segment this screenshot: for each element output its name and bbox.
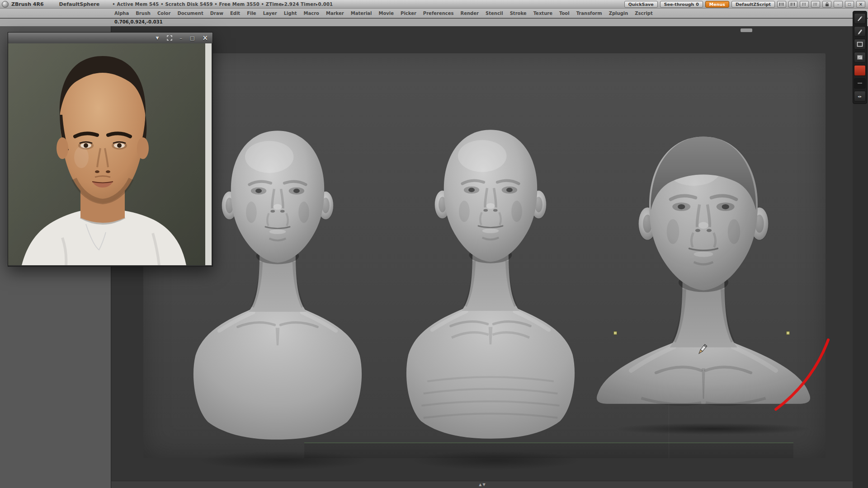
- reference-image-window[interactable]: ▼ – □ ×: [8, 32, 213, 267]
- coordinate-bar: 0.706,0.924,-0.031: [0, 19, 868, 27]
- app-titlebar: ZBrush 4R6 DefaultSphere • Active Mem 54…: [0, 0, 868, 9]
- menu-edit[interactable]: Edit: [230, 11, 240, 16]
- collapse-icon[interactable]: –: [834, 1, 843, 8]
- cursor-coordinates: 0.706,0.924,-0.031: [114, 19, 163, 24]
- default-zscript-button[interactable]: DefaultZScript: [731, 1, 775, 8]
- titlebar-buttons: QuickSave See-through 0 Menus DefaultZSc…: [624, 1, 865, 8]
- canvas-bottom-scrollbar: ▲ ▼: [111, 481, 853, 488]
- menu-stroke[interactable]: Stroke: [510, 11, 527, 16]
- sculpt-bust-2: [393, 109, 588, 446]
- arrows-glyph: ◂▸: [858, 94, 862, 99]
- see-through-label: See-through: [664, 2, 694, 7]
- menu-file[interactable]: File: [247, 11, 256, 16]
- menus-label: Menus: [709, 2, 725, 7]
- canvas-h-scroll-thumb[interactable]: [741, 28, 752, 32]
- see-through-value: 0: [696, 2, 699, 7]
- window-menu-caret-icon[interactable]: ▼: [156, 36, 159, 40]
- see-through-button[interactable]: See-through 0: [660, 1, 703, 8]
- memory-stats: • Active Mem 545 • Scratch Disk 5459 • F…: [112, 2, 333, 7]
- palette-grid-icon[interactable]: [811, 1, 820, 8]
- draw-pen-icon[interactable]: [854, 26, 866, 37]
- menu-marker[interactable]: Marker: [326, 11, 344, 16]
- sculpt-brush-icon[interactable]: [854, 13, 866, 24]
- menu-color[interactable]: Color: [157, 11, 170, 16]
- window-glyph: □: [848, 2, 851, 6]
- reference-photo: [8, 43, 212, 265]
- expand-icon[interactable]: [167, 35, 172, 41]
- reference-portrait: [8, 43, 212, 265]
- maximize-icon[interactable]: □: [190, 36, 194, 41]
- scroll-up-icon[interactable]: ▲: [479, 483, 481, 487]
- menu-movie[interactable]: Movie: [379, 11, 394, 16]
- rect-select-icon[interactable]: [854, 39, 866, 50]
- reference-window-controls: ▼ – □ ×: [156, 33, 212, 43]
- divider-bars-icon[interactable]: [788, 1, 797, 8]
- rect-glyph: [857, 42, 863, 47]
- menu-macro[interactable]: Macro: [304, 11, 319, 16]
- active-color-swatch[interactable]: [854, 65, 866, 76]
- menu-stencil[interactable]: Stencil: [486, 11, 503, 16]
- menu-brush[interactable]: Brush: [136, 11, 151, 16]
- menu-material[interactable]: Material: [351, 11, 372, 16]
- menu-alpha[interactable]: Alpha: [114, 11, 129, 16]
- menu-zscript[interactable]: Zscript: [635, 11, 652, 16]
- menu-zplugin[interactable]: Zplugin: [609, 11, 628, 16]
- zbrush-logo-icon: [2, 1, 9, 8]
- menu-draw[interactable]: Draw: [210, 11, 223, 16]
- grid-glyph: [814, 3, 818, 6]
- minimize-icon[interactable]: –: [180, 36, 183, 41]
- zbrush-app: ZBrush 4R6 DefaultSphere • Active Mem 54…: [0, 0, 868, 488]
- sculpt-bust-3: [590, 113, 816, 407]
- menu-render[interactable]: Render: [461, 11, 479, 16]
- menu-picker[interactable]: Picker: [401, 11, 416, 16]
- divider-bars-icon[interactable]: [777, 1, 786, 8]
- canvas-marker-dot[interactable]: [613, 331, 617, 335]
- menu-transform[interactable]: Transform: [576, 11, 602, 16]
- right-toolbar: ◂▸: [853, 11, 867, 104]
- menu-light[interactable]: Light: [284, 11, 297, 16]
- pen-glyph: [857, 28, 863, 35]
- quicksave-label: QuickSave: [628, 2, 654, 7]
- active-tool-name: DefaultSphere: [59, 1, 100, 7]
- brush-glyph: [857, 15, 863, 22]
- close-icon[interactable]: ×: [202, 35, 208, 42]
- default-zscript-label: DefaultZScript: [736, 2, 771, 7]
- menu-layer[interactable]: Layer: [263, 11, 277, 16]
- menus-toggle-button[interactable]: Menus: [705, 1, 729, 8]
- menu-tool[interactable]: Tool: [559, 11, 570, 16]
- bars-glyph: [779, 3, 784, 6]
- close-glyph: ×: [859, 2, 863, 7]
- menu-preferences[interactable]: Preferences: [423, 11, 454, 16]
- swatch-glyph: [857, 81, 863, 85]
- texture-square-icon[interactable]: [854, 52, 866, 63]
- document-canvas[interactable]: [143, 53, 826, 458]
- app-title: ZBrush 4R6: [11, 1, 44, 7]
- scroll-arrows-icon[interactable]: ◂▸: [854, 91, 866, 102]
- bust3-shadow: [613, 423, 812, 435]
- close-app-icon[interactable]: ×: [856, 1, 865, 8]
- bust2-shadow: [410, 451, 582, 470]
- lock-glyph: [825, 2, 829, 7]
- window-icon[interactable]: □: [845, 1, 854, 8]
- bars-glyph: [791, 3, 795, 6]
- quicksave-button[interactable]: QuickSave: [624, 1, 658, 8]
- canvas-marker-dot[interactable]: [786, 331, 790, 335]
- collapse-glyph: –: [837, 2, 840, 7]
- scroll-down-icon[interactable]: ▼: [483, 483, 486, 487]
- grid-glyph: [802, 3, 807, 6]
- palette-grid-icon[interactable]: [800, 1, 809, 8]
- menubar: Alpha Brush Color Document Draw Edit Fil…: [0, 9, 868, 18]
- lock-icon[interactable]: [822, 1, 831, 8]
- canvas-area[interactable]: ▲ ▼: [111, 26, 853, 488]
- menu-document[interactable]: Document: [177, 11, 203, 16]
- secondary-color-swatch[interactable]: [854, 78, 866, 89]
- texture-glyph: [857, 55, 863, 60]
- menu-texture[interactable]: Texture: [533, 11, 552, 16]
- bust1-shadow: [198, 451, 369, 470]
- reference-window-titlebar[interactable]: ▼ – □ ×: [8, 33, 212, 44]
